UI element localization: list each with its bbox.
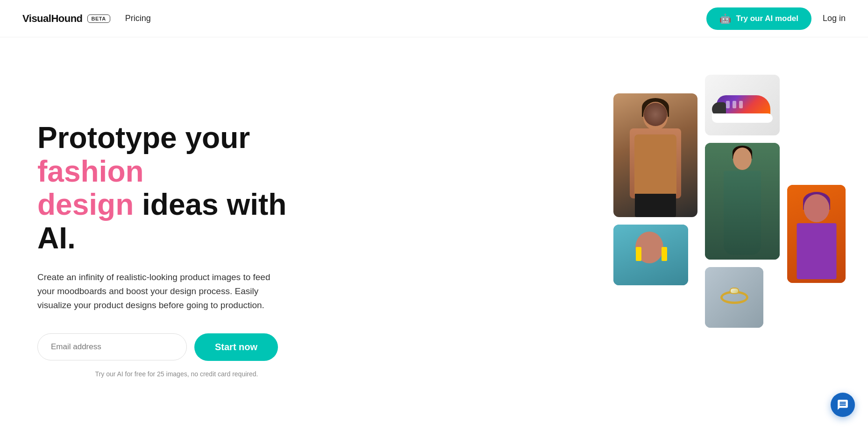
email-input[interactable] bbox=[37, 333, 187, 360]
chat-icon bbox=[837, 399, 849, 411]
pricing-nav-link[interactable]: Pricing bbox=[125, 14, 151, 23]
figure-hair bbox=[642, 98, 669, 117]
image-sneaker bbox=[705, 75, 780, 135]
email-form: Start now bbox=[37, 333, 308, 361]
image-column-2 bbox=[705, 75, 780, 328]
lace-2 bbox=[733, 101, 736, 108]
shoe-visual bbox=[712, 88, 773, 123]
shoe-sole bbox=[712, 113, 773, 123]
beta-badge: BETA bbox=[87, 14, 110, 23]
image-woman-orange-bg bbox=[787, 185, 846, 283]
ring-band bbox=[720, 291, 748, 304]
chat-bubble[interactable] bbox=[831, 393, 855, 417]
try-ai-label: Try our AI model bbox=[736, 14, 798, 23]
figure-orange-shirt bbox=[797, 223, 836, 279]
image-column-1 bbox=[613, 93, 697, 285]
image-man-tshirt bbox=[613, 93, 697, 217]
image-woman-earrings bbox=[613, 225, 688, 285]
start-button[interactable]: Start now bbox=[194, 333, 278, 361]
lace-3 bbox=[739, 101, 743, 108]
trial-note: Try our AI for free for 25 images, no cr… bbox=[45, 370, 308, 378]
figure-pants bbox=[635, 194, 676, 217]
image-column-3 bbox=[787, 75, 846, 283]
hero-title-highlight1: fashion bbox=[37, 155, 144, 188]
shoe-laces bbox=[726, 100, 754, 109]
navbar-left: VisualHound BETA Pricing bbox=[22, 13, 151, 25]
figure-dress-body bbox=[724, 171, 761, 255]
brand-name: VisualHound bbox=[22, 13, 83, 25]
brand: VisualHound BETA bbox=[22, 13, 110, 25]
image-ring bbox=[705, 267, 763, 328]
figure-head bbox=[643, 102, 668, 130]
robot-icon: 🤖 bbox=[719, 13, 731, 24]
hero-title-part1: Prototype your bbox=[37, 121, 250, 155]
figure-body bbox=[634, 134, 676, 195]
hero-description: Create an infinity of realistic-looking … bbox=[37, 270, 280, 313]
ring-gem bbox=[730, 288, 739, 294]
try-ai-button[interactable]: 🤖 Try our AI model bbox=[706, 7, 811, 30]
navbar-right: 🤖 Try our AI model Log in bbox=[706, 7, 846, 30]
earring-right bbox=[662, 247, 667, 261]
hero-title-highlight2: design bbox=[37, 188, 134, 221]
hero-image-grid bbox=[613, 65, 846, 328]
main-content: Prototype your fashiondesign ideas with … bbox=[0, 37, 868, 430]
earring-left bbox=[636, 247, 641, 261]
navbar: VisualHound BETA Pricing 🤖 Try our AI mo… bbox=[0, 0, 868, 37]
ring-visual bbox=[705, 267, 763, 328]
hero-title: Prototype your fashiondesign ideas with … bbox=[37, 121, 308, 255]
figure-dress-face bbox=[733, 148, 752, 170]
login-link[interactable]: Log in bbox=[823, 14, 846, 23]
image-woman-dress bbox=[705, 143, 780, 260]
left-content: Prototype your fashiondesign ideas with … bbox=[37, 65, 308, 378]
lace-1 bbox=[726, 101, 730, 108]
figure-orange-face bbox=[804, 194, 829, 222]
